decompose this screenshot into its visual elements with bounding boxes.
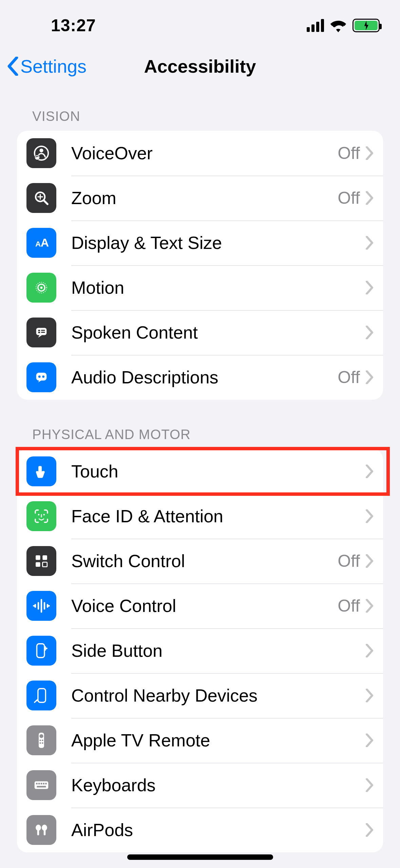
row-value: Off — [338, 188, 360, 208]
chevron-right-icon — [365, 191, 374, 205]
svg-rect-26 — [36, 562, 40, 567]
chevron-right-icon — [365, 823, 374, 837]
row-apple-tv-remote[interactable]: Apple TV Remote — [17, 718, 383, 763]
row-label: Apple TV Remote — [71, 730, 365, 751]
row-value: Off — [338, 551, 360, 571]
spoken-content-icon — [26, 318, 56, 347]
svg-rect-55 — [44, 829, 46, 835]
status-time: 13:27 — [20, 16, 96, 35]
group-physical-motor: Touch Face ID & Attention Switch Control… — [17, 449, 383, 852]
keyboards-icon — [26, 770, 56, 800]
svg-rect-14 — [38, 330, 40, 331]
chevron-right-icon — [365, 778, 374, 792]
svg-rect-15 — [38, 332, 40, 333]
wifi-icon — [330, 19, 346, 32]
voice-control-icon — [26, 591, 56, 621]
chevron-right-icon — [365, 554, 374, 568]
chevron-left-icon — [7, 57, 19, 76]
motion-icon — [26, 273, 56, 303]
section-header-physical-motor: Physical and Motor — [17, 400, 383, 449]
row-label: Audio Descriptions — [71, 367, 338, 387]
row-label: Display & Text Size — [71, 233, 365, 253]
chevron-right-icon — [365, 326, 374, 339]
cellular-signal-icon — [307, 19, 324, 32]
row-motion[interactable]: Motion — [17, 265, 383, 310]
text-size-icon: AA — [26, 228, 56, 258]
chevron-right-icon — [365, 146, 374, 160]
page-title: Accessibility — [144, 56, 256, 77]
status-bar: 13:27 — [0, 0, 400, 48]
section-header-vision: Vision — [17, 85, 383, 131]
row-label: Keyboards — [71, 775, 365, 795]
chevron-right-icon — [365, 281, 374, 294]
chevron-right-icon — [365, 599, 374, 613]
svg-marker-33 — [33, 605, 35, 607]
zoom-icon — [26, 183, 56, 213]
control-nearby-icon — [26, 681, 56, 710]
row-display-text-size[interactable]: AA Display & Text Size — [17, 220, 383, 265]
svg-rect-38 — [38, 689, 46, 703]
row-switch-control[interactable]: Switch Control Off — [17, 539, 383, 583]
svg-line-5 — [44, 200, 47, 204]
row-spoken-content[interactable]: Spoken Content — [17, 310, 383, 355]
svg-text:A: A — [35, 240, 41, 248]
row-label: Voice Control — [71, 596, 338, 616]
chevron-right-icon — [365, 734, 374, 747]
row-label: Zoom — [71, 188, 338, 208]
apple-tv-remote-icon — [26, 725, 56, 755]
row-control-nearby-devices[interactable]: Control Nearby Devices — [17, 673, 383, 718]
svg-point-41 — [39, 740, 41, 741]
svg-rect-45 — [35, 781, 49, 789]
svg-rect-13 — [36, 328, 47, 335]
chevron-right-icon — [365, 509, 374, 523]
svg-point-42 — [42, 740, 43, 741]
row-label: Face ID & Attention — [71, 506, 365, 526]
row-label: AirPods — [71, 820, 365, 840]
svg-rect-17 — [41, 332, 45, 333]
svg-point-22 — [43, 514, 45, 516]
row-side-button[interactable]: Side Button — [17, 628, 383, 673]
svg-rect-51 — [37, 786, 46, 788]
navigation-bar: Settings Accessibility — [0, 48, 400, 85]
svg-marker-34 — [48, 605, 50, 607]
row-voiceover[interactable]: VoiceOver Off — [17, 131, 383, 176]
svg-point-20 — [42, 376, 44, 378]
chevron-right-icon — [365, 644, 374, 657]
side-button-icon — [26, 636, 56, 666]
row-label: Motion — [71, 277, 365, 298]
svg-rect-50 — [45, 783, 47, 784]
row-audio-descriptions[interactable]: Audio Descriptions Off — [17, 355, 383, 400]
row-label: Touch — [71, 461, 365, 482]
svg-rect-48 — [41, 783, 42, 784]
svg-point-43 — [39, 742, 41, 744]
row-voice-control[interactable]: Voice Control Off — [17, 583, 383, 628]
back-label: Settings — [20, 56, 87, 77]
touch-icon — [26, 456, 56, 486]
voiceover-icon — [26, 138, 56, 168]
row-zoom[interactable]: Zoom Off — [17, 176, 383, 220]
svg-rect-46 — [36, 783, 38, 784]
row-keyboards[interactable]: Keyboards — [17, 763, 383, 808]
row-touch[interactable]: Touch — [17, 449, 383, 494]
row-airpods[interactable]: AirPods — [17, 808, 383, 852]
svg-rect-35 — [37, 644, 45, 658]
chevron-right-icon — [365, 465, 374, 478]
svg-rect-18 — [36, 373, 47, 381]
back-button[interactable]: Settings — [7, 56, 87, 77]
home-indicator — [127, 854, 273, 860]
row-face-id-attention[interactable]: Face ID & Attention — [17, 494, 383, 539]
battery-charging-icon — [353, 19, 380, 32]
airpods-icon — [26, 815, 56, 845]
group-vision: VoiceOver Off Zoom Off AA Display & Text… — [17, 131, 383, 400]
row-value: Off — [338, 367, 360, 387]
svg-point-3 — [35, 155, 40, 160]
row-value: Off — [338, 143, 360, 163]
face-id-icon — [26, 501, 56, 531]
svg-point-12 — [40, 287, 43, 289]
row-label: VoiceOver — [71, 143, 338, 163]
row-label: Side Button — [71, 640, 365, 661]
row-label: Control Nearby Devices — [71, 685, 365, 706]
svg-point-44 — [42, 742, 43, 744]
chevron-right-icon — [365, 370, 374, 384]
switch-control-icon — [26, 546, 56, 576]
